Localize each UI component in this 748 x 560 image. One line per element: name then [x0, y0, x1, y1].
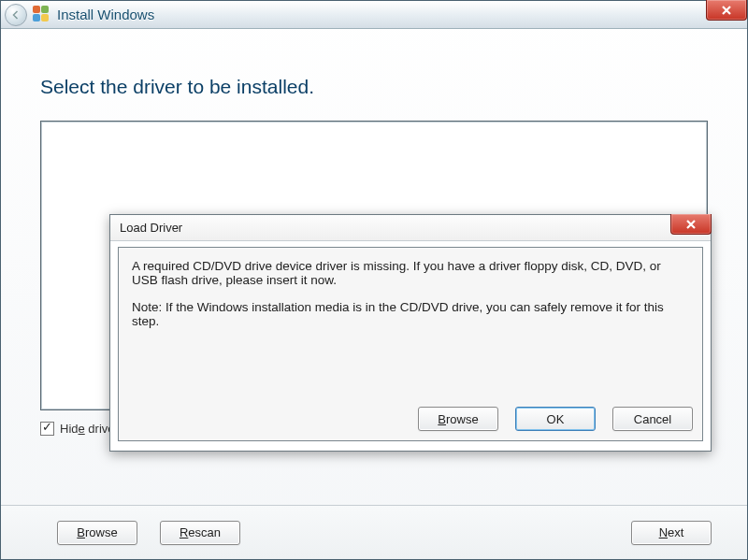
installer-window: Install Windows Select the driver to be …: [0, 0, 748, 560]
dialog-close-button[interactable]: [670, 214, 712, 235]
hide-drivers-checkbox[interactable]: [40, 422, 54, 436]
load-driver-dialog: Load Driver A required CD/DVD drive devi…: [109, 214, 712, 452]
window-close-button[interactable]: [706, 0, 747, 21]
dialog-cancel-button[interactable]: Cancel: [612, 407, 693, 431]
close-icon: [721, 5, 732, 16]
dialog-titlebar: Load Driver: [110, 215, 711, 241]
back-button[interactable]: [5, 4, 27, 26]
rescan-button[interactable]: Rescan: [160, 521, 240, 545]
close-icon: [685, 219, 697, 230]
page-heading: Select the driver to be installed.: [40, 76, 708, 98]
next-button[interactable]: Next: [631, 521, 712, 545]
titlebar: Install Windows: [1, 1, 747, 29]
back-arrow-icon: [10, 9, 22, 21]
windows-flag-icon: [33, 6, 51, 24]
dialog-buttons: Browse OK Cancel: [418, 407, 693, 431]
window-title: Install Windows: [57, 7, 154, 22]
browse-button[interactable]: Browse: [57, 521, 137, 545]
dialog-browse-button[interactable]: Browse: [418, 407, 498, 431]
dialog-body: A required CD/DVD drive device driver is…: [118, 247, 703, 441]
wizard-footer: Browse Rescan Next: [1, 505, 747, 559]
dialog-title: Load Driver: [120, 221, 182, 235]
dialog-ok-button[interactable]: OK: [515, 407, 596, 431]
dialog-message-2: Note: If the Windows installation media …: [132, 300, 689, 328]
dialog-message-1: A required CD/DVD drive device driver is…: [132, 259, 689, 287]
